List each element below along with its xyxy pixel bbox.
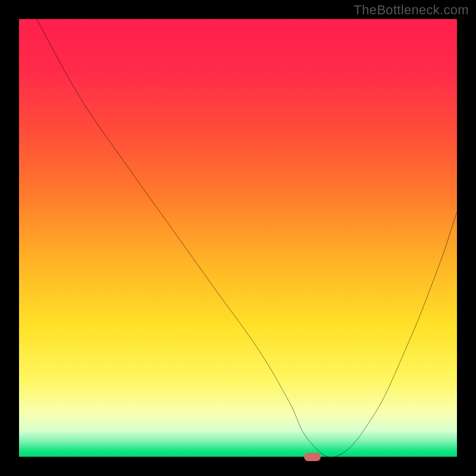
watermark-text: TheBottleneck.com (354, 2, 469, 18)
chart-frame: TheBottleneck.com (0, 0, 476, 476)
bottleneck-curve (19, 19, 457, 457)
curve-path (36, 19, 457, 457)
plot-area (19, 19, 457, 457)
optimal-marker (304, 453, 321, 461)
